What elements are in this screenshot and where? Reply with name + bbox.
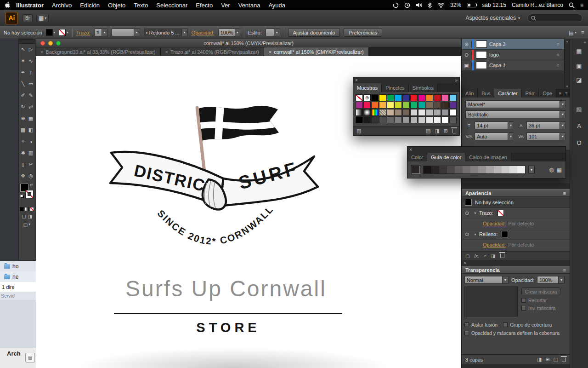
document-titlebar[interactable]: cornwall* al 150% (CMYK/Previsualizar): [36, 39, 461, 47]
direct-selection-tool[interactable]: ▷: [27, 44, 35, 55]
swatch[interactable]: [387, 109, 394, 116]
color-variation-swatch[interactable]: [502, 166, 509, 173]
swatch[interactable]: [418, 94, 425, 101]
color-variation-swatch[interactable]: [478, 166, 486, 173]
stroke-weight-stepper[interactable]: ⇅▾: [94, 29, 108, 36]
fill-black-swatch[interactable]: [502, 231, 508, 237]
checkbox-icon[interactable]: [521, 306, 526, 310]
document-tab[interactable]: × cornwall* al 150% (CMYK/Previsualizar): [264, 47, 369, 56]
panel-menu-icon[interactable]: ≡: [563, 267, 566, 273]
draw-normal-icon[interactable]: ▢: [22, 214, 26, 219]
panel-tab[interactable]: Bus: [478, 89, 494, 98]
Capa 1[interactable]: ▣ Capa 1 ○: [462, 60, 570, 71]
pencil-tool[interactable]: ✎: [27, 90, 35, 101]
surf-logo-artwork[interactable]: DISTRIC SURF SINCE 2012* CORNWALL: [105, 102, 325, 254]
appearance-fill-row[interactable]: ⊙ ▼ Relleno:: [462, 229, 570, 240]
checkbox-icon[interactable]: [521, 298, 526, 303]
new-layer-icon[interactable]: ▢: [554, 356, 558, 362]
color-variation-swatch[interactable]: [517, 166, 525, 173]
swatch[interactable]: [371, 102, 379, 109]
swatch[interactable]: [379, 102, 386, 109]
transparency-opacity-field[interactable]: 100% ▾: [537, 276, 565, 284]
zoom-tool[interactable]: ◎: [27, 170, 35, 182]
swatch[interactable]: [356, 116, 363, 123]
spotlight-icon[interactable]: [569, 2, 575, 8]
opacity-panel-link[interactable]: Opacidad:: [192, 30, 215, 35]
swatch[interactable]: [441, 102, 449, 109]
tab-close-icon[interactable]: ×: [165, 49, 168, 55]
column-graph-tool[interactable]: ▥: [27, 147, 35, 159]
dock-symbols-icon[interactable]: ▣: [574, 60, 585, 71]
new-stroke-icon[interactable]: ▢: [465, 253, 469, 259]
background-window-titlebar[interactable]: Arch ▤: [0, 348, 36, 368]
Capa 3[interactable]: ⊙ Capa 3 ○: [462, 39, 570, 50]
dock-graphic-styles-icon[interactable]: ▨: [574, 104, 585, 115]
more-panels-icon[interactable]: »: [557, 89, 564, 98]
width-profile-select[interactable]: ▾: [112, 29, 140, 36]
menu-archivo[interactable]: Archivo: [48, 2, 76, 9]
swatch[interactable]: [410, 116, 418, 123]
menu-ayuda[interactable]: Ayuda: [264, 2, 289, 9]
expand-dock-icon[interactable]: «: [570, 39, 588, 45]
swatch[interactable]: [441, 109, 449, 116]
pen-tool[interactable]: ✒: [19, 67, 27, 78]
search-input[interactable]: [527, 14, 582, 22]
menu-texto[interactable]: Texto: [130, 2, 152, 9]
hand-tool[interactable]: ✥: [19, 170, 27, 182]
control-panel-menu-icon[interactable]: ≡: [581, 29, 584, 36]
finder-item[interactable]: ne: [0, 271, 36, 282]
panel-dragbar[interactable]: ×: [462, 260, 570, 266]
swatch[interactable]: [356, 94, 363, 101]
scroll-up-icon[interactable]: ▲: [566, 40, 569, 43]
swatch[interactable]: [379, 109, 386, 116]
layer-thumbnail[interactable]: [476, 62, 487, 69]
layer-thumbnail[interactable]: [476, 51, 487, 58]
swatch[interactable]: [410, 109, 418, 116]
font-family-select[interactable]: Marvel* ▾: [465, 100, 566, 108]
swatch[interactable]: [387, 94, 394, 101]
panel-tab[interactable]: Párr: [522, 89, 539, 98]
swatch[interactable]: [441, 94, 449, 101]
swatch[interactable]: [426, 102, 433, 109]
time-machine-icon[interactable]: [404, 2, 410, 8]
color-variation-swatch[interactable]: [455, 166, 463, 173]
checkbox-icon[interactable]: [464, 322, 469, 327]
menu-ver[interactable]: Ver: [217, 2, 234, 9]
graphic-style-select[interactable]: ▾: [266, 29, 280, 36]
swatch[interactable]: [426, 94, 433, 101]
harmony-dropdown-icon[interactable]: ▾: [528, 166, 535, 174]
panel-tab[interactable]: Símbolos: [409, 83, 438, 92]
stroke-none-swatch[interactable]: [498, 210, 504, 216]
swatch[interactable]: [379, 116, 386, 123]
bluetooth-icon[interactable]: [428, 2, 432, 8]
checkbox-icon[interactable]: [464, 331, 469, 335]
stroke-color-swatch[interactable]: [25, 190, 34, 198]
color-variation-swatch[interactable]: [439, 166, 447, 173]
line-segment-tool[interactable]: ╲: [19, 78, 27, 90]
panel-menu-icon[interactable]: ≡: [563, 89, 570, 98]
document-proxy-icon[interactable]: ▤: [25, 353, 35, 362]
swap-fill-stroke-icon[interactable]: ⇄: [30, 183, 33, 187]
limit-colors-icon[interactable]: ◍: [549, 167, 554, 173]
brush-definition-select[interactable]: •Redondo 5 ...▾: [144, 29, 188, 36]
swatch[interactable]: [434, 102, 441, 109]
swatch[interactable]: [441, 116, 449, 123]
appearance-stroke-opacity-row[interactable]: Opacidad: Por defecto: [462, 218, 570, 229]
symbol-sprayer-tool[interactable]: ✱: [19, 147, 27, 159]
layers-scrollbar[interactable]: ▲ ▼: [564, 39, 570, 89]
swatch[interactable]: [387, 102, 394, 109]
transparency-option-checkbox[interactable]: Opacidad y máscara definen la cobertura: [464, 330, 560, 336]
mask-option-checkbox[interactable]: Inv. máscara: [521, 305, 560, 311]
color-variation-swatch[interactable]: [509, 166, 517, 173]
sync-icon[interactable]: [393, 2, 399, 8]
close-panel-icon[interactable]: ×: [355, 78, 358, 83]
swatch[interactable]: [418, 116, 425, 123]
gradient-mode-icon[interactable]: [25, 207, 29, 211]
color-variation-swatch[interactable]: [424, 166, 431, 173]
new-swatch-icon[interactable]: ⊞: [444, 128, 448, 134]
transparency-option-checkbox[interactable]: Grupo de cobertura: [503, 322, 552, 328]
swatch[interactable]: [434, 109, 441, 116]
swatch[interactable]: [434, 116, 441, 123]
artboard-tool[interactable]: ▯: [19, 159, 27, 170]
tracking-field[interactable]: VA 101▾: [517, 132, 566, 140]
